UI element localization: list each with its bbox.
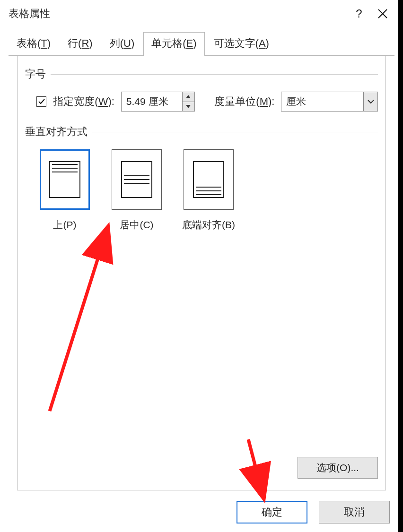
tabs-container: 表格(T) 行(R) 列(U) 单元格(E) 可选文字(A) 字号 [0,27,403,490]
titlebar: 表格属性 ? [0,0,403,27]
tab-row[interactable]: 行(R) [60,32,101,56]
spinner-down-icon[interactable] [183,102,194,112]
window-right-edge [398,0,403,532]
tab-cell[interactable]: 单元格(E) [143,32,204,56]
valign-option-top[interactable] [40,149,90,210]
group-label-valign: 垂直对齐方式 [25,125,88,139]
svg-marker-3 [186,105,191,108]
close-icon[interactable] [371,9,394,19]
tab-panel-cell: 字号 指定宽度(W): 5.49 厘米 [17,56,386,490]
valign-option-bottom[interactable] [184,149,234,210]
spinner-preferred-width[interactable]: 5.49 厘米 [121,92,195,112]
combo-value: 厘米 [281,92,363,111]
options-button[interactable]: 选项(O)... [298,457,378,479]
chevron-down-icon[interactable] [363,92,377,111]
tab-table[interactable]: 表格(T) [9,32,59,56]
spinner-up-icon[interactable] [183,92,194,102]
spinner-value[interactable]: 5.49 厘米 [122,92,182,111]
valign-label-center: 居中(C) [120,218,153,232]
label-preferred-width: 指定宽度(W): [53,94,114,109]
label-measure-unit: 度量单位(M): [214,94,274,109]
valign-label-top: 上(P) [53,218,76,232]
dialog-footer: 确定 取消 [0,490,403,523]
dialog-title: 表格属性 [9,7,347,21]
group-label-size: 字号 [25,67,46,81]
combo-measure-unit[interactable]: 厘米 [281,92,378,112]
tab-column[interactable]: 列(U) [102,32,143,56]
checkbox-preferred-width[interactable] [36,96,46,107]
svg-marker-2 [186,95,191,98]
ok-button[interactable]: 确定 [237,501,307,523]
valign-label-bottom: 底端对齐(B) [182,218,235,232]
valign-option-center[interactable] [112,149,162,210]
help-icon[interactable]: ? [347,7,371,20]
tab-alttext[interactable]: 可选文字(A) [206,32,277,56]
cancel-button[interactable]: 取消 [319,501,390,523]
